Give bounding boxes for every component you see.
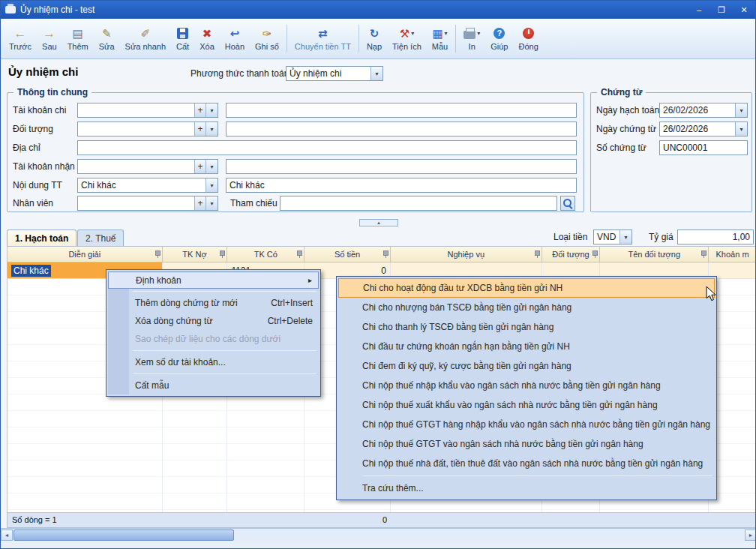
toolbar-sua[interactable]: ✎ Sửa	[94, 21, 120, 56]
toolbar-dong[interactable]: Đóng	[513, 21, 543, 56]
tai-khoan-chi-desc-input[interactable]	[226, 103, 577, 118]
submenu-item-gtgt-hang-nhap-khau[interactable]: Chi nộp thuế GTGT hàng nhập khẩu vào ngâ…	[338, 415, 715, 434]
nhan-vien-combo[interactable]: + ▾	[77, 196, 218, 211]
menu-item-dinh-khoan[interactable]: Định khoản ▸	[108, 272, 319, 289]
toolbar-sua-nhanh[interactable]: ✐ Sửa nhanh	[120, 21, 171, 56]
toolbar-nap[interactable]: ↻ Nạp	[362, 21, 387, 56]
chevron-down-icon[interactable]: ▾	[206, 122, 218, 136]
so-chung-tu-input[interactable]: UNC00001	[659, 140, 748, 155]
submenu-item-ky-quy[interactable]: Chi đem đi ký quỹ, ký cược bằng tiền gửi…	[338, 356, 715, 376]
submenu-item-thanh-ly-tscd[interactable]: Chi cho thanh lý TSCĐ bằng tiền gửi ngân…	[338, 317, 715, 337]
ngay-hach-toan-picker[interactable]: 26/02/2026 ▾	[659, 103, 748, 118]
toolbar-truoc[interactable]: ← Trước	[4, 21, 37, 56]
tab-hach-toan[interactable]: 1. Hạch toán	[7, 230, 76, 246]
menu-item-cat-mau[interactable]: Cất mẫu	[108, 376, 319, 394]
chevron-down-icon[interactable]: ▾	[206, 104, 218, 117]
submenu-item-thue-nhap-khau[interactable]: Chi nộp thuế nhập khẩu vào ngân sách nhà…	[338, 376, 715, 395]
menu-item-xem-so-du[interactable]: Xem số dư tài khoản...	[108, 353, 319, 371]
tham-chieu-input[interactable]	[280, 196, 557, 211]
tai-khoan-chi-combo[interactable]: + ▾	[77, 103, 218, 118]
doi-tuong-name-input[interactable]	[226, 122, 577, 136]
loai-tien-combo[interactable]: VND ▾	[593, 230, 632, 244]
context-menu: Định khoản ▸ Thêm dòng chứng từ mới Ctrl…	[106, 269, 321, 397]
chevron-down-icon[interactable]: ▾	[620, 230, 632, 244]
toolbar-tien-ich-label: Tiện ích	[392, 42, 422, 51]
collapse-header-button[interactable]: ▲	[359, 219, 398, 226]
column-label: TK Có	[254, 250, 278, 259]
pin-icon[interactable]	[154, 250, 160, 258]
toolbar-xoa[interactable]: ✖ Xóa	[194, 21, 220, 56]
pin-icon[interactable]	[592, 250, 598, 258]
toolbar-giup[interactable]: ? Giúp	[485, 21, 513, 56]
column-header-ten-doi-tuong[interactable]: Tên đối tượng	[600, 247, 709, 262]
column-header-nghiep-vu[interactable]: Nghiệp vụ	[391, 247, 542, 262]
tai-khoan-nhan-desc-input[interactable]	[226, 159, 577, 174]
chevron-down-icon[interactable]: ▾	[206, 178, 218, 192]
toolbar-tien-ich[interactable]: ⚒ ▾ Tiện ích	[387, 21, 427, 56]
plus-icon[interactable]: +	[194, 122, 206, 136]
submenu-item-dau-tu-xdcb[interactable]: Chi cho hoạt động đầu tư XDCB bằng tiền …	[338, 278, 715, 298]
ty-gia-input[interactable]: 1,00	[677, 230, 754, 244]
column-header-doi-tuong[interactable]: Đối tượng	[542, 247, 601, 262]
ngay-chung-tu-picker[interactable]: 26/02/2026 ▾	[659, 122, 748, 136]
scroll-right-button[interactable]: ►	[745, 530, 756, 541]
chevron-down-icon: ▾	[477, 30, 480, 37]
plus-icon[interactable]: +	[194, 160, 206, 173]
toolbar-cat[interactable]: Cất	[171, 21, 194, 56]
toolbar-ghi-so[interactable]: ✑ Ghi sổ	[250, 21, 284, 56]
menu-item-them-dong[interactable]: Thêm dòng chứng từ mới Ctrl+Insert	[108, 294, 319, 312]
column-header-tk-co[interactable]: TK Có	[227, 247, 304, 262]
scroll-left-button[interactable]: ◄	[1, 530, 13, 541]
pin-icon[interactable]	[700, 250, 706, 258]
minimize-button[interactable]: –	[688, 1, 710, 19]
chevron-down-icon[interactable]: ▾	[206, 196, 218, 210]
submenu-item-chung-khoan[interactable]: Chi đầu tư chứng khoán ngắn hạn bằng tiề…	[338, 337, 715, 356]
toolbar-xoa-label: Xóa	[200, 42, 214, 51]
column-label: Tên đối tượng	[628, 250, 680, 259]
toolbar-them[interactable]: ▤ Thêm	[62, 21, 94, 56]
mouse-cursor	[706, 286, 717, 302]
submenu-item-gtgt[interactable]: Chi nộp thuế GTGT vào ngân sách nhà nước…	[338, 434, 715, 454]
horizontal-scrollbar[interactable]: ◄ ►	[1, 528, 756, 541]
toolbar-hoan[interactable]: ↩ Hoàn	[220, 21, 250, 56]
menu-item-xoa-dong[interactable]: Xóa dòng chứng từ Ctrl+Delete	[108, 312, 319, 330]
doi-tuong-combo[interactable]: + ▾	[77, 122, 218, 136]
chevron-down-icon: ▾	[445, 30, 448, 37]
column-header-dien-giai[interactable]: Diễn giải	[8, 247, 163, 262]
total-amount: 0	[305, 515, 392, 524]
loai-tien-label: Loại tiền	[554, 232, 587, 242]
toolbar-mau[interactable]: ▦ ▾ Mẫu	[427, 21, 453, 56]
submenu-item-tra-cuu-them[interactable]: Tra cứu thêm...	[338, 478, 715, 498]
chevron-down-icon[interactable]: ▾	[206, 160, 218, 173]
pin-icon[interactable]	[382, 250, 388, 258]
tab-thue[interactable]: 2. Thuế	[77, 230, 124, 246]
menu-separator	[133, 350, 316, 351]
column-header-khoan-muc[interactable]: Khoản m	[709, 247, 756, 262]
column-header-so-tien[interactable]: Số tiền	[304, 247, 391, 262]
pin-icon[interactable]	[534, 250, 540, 258]
column-header-tk-no[interactable]: TK Nợ	[163, 247, 228, 262]
submenu-item-thue-xuat-khau[interactable]: Chi nộp thuế xuất khẩu vào ngân sách nhà…	[338, 395, 715, 415]
pin-icon[interactable]	[219, 250, 225, 258]
plus-icon[interactable]: +	[194, 196, 206, 210]
payment-method-combo[interactable]: Ủy nhiệm chi ▾	[286, 66, 383, 81]
pin-icon[interactable]	[296, 250, 302, 258]
submenu-item-nhuong-ban-tscd[interactable]: Chi cho nhượng bán TSCĐ bằng tiền gửi ng…	[338, 298, 715, 317]
close-button[interactable]: ✕	[733, 1, 755, 19]
toolbar-sau[interactable]: → Sau	[37, 21, 62, 56]
tai-khoan-nhan-combo[interactable]: + ▾	[77, 159, 218, 174]
loai-tien-value: VND	[594, 230, 620, 244]
chevron-down-icon[interactable]: ▾	[370, 67, 382, 80]
noi-dung-tt-text-input[interactable]: Chi khác	[226, 178, 577, 193]
submenu-item-thue-nha-dat[interactable]: Chi nộp thuế nhà đất, tiền thuê đất vào …	[338, 454, 715, 473]
dia-chi-input[interactable]	[77, 140, 577, 155]
maximize-button[interactable]: ❐	[710, 1, 733, 19]
toolbar-chuyen-tien-tt[interactable]: ⇄ Chuyển tiền TT	[290, 21, 356, 56]
scrollbar-thumb[interactable]	[14, 530, 234, 541]
chevron-down-icon[interactable]: ▾	[735, 104, 747, 117]
noi-dung-tt-combo[interactable]: Chi khác ▾	[77, 178, 218, 193]
toolbar-in[interactable]: ▾ In	[458, 21, 485, 56]
plus-icon[interactable]: +	[194, 104, 206, 117]
chevron-down-icon[interactable]: ▾	[735, 122, 747, 136]
lookup-button[interactable]	[560, 196, 575, 211]
